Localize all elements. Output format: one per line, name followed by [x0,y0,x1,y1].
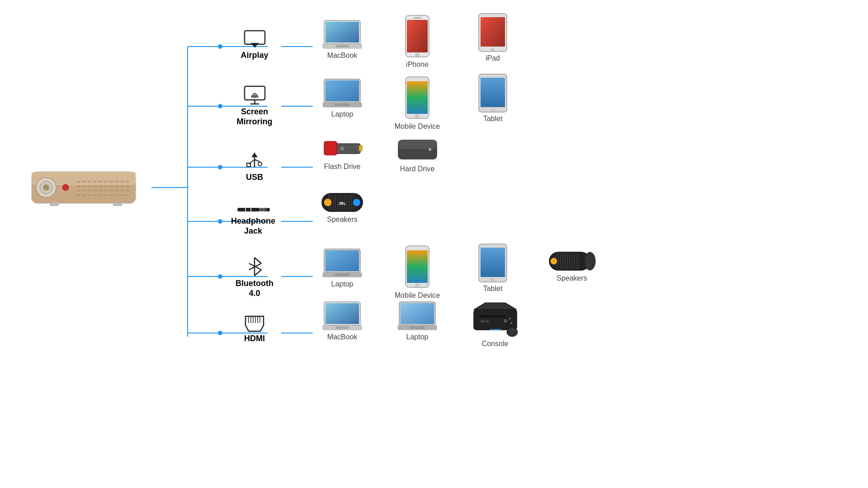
screen-mirroring-label: ScreenMirroring [237,107,273,127]
projector-svg [27,163,145,212]
svg-rect-153 [474,310,517,330]
svg-rect-150 [401,303,434,324]
usb-icon [242,150,267,171]
device-laptop-bluetooth: Laptop [313,248,372,288]
svg-rect-75 [407,20,428,52]
svg-rect-159 [481,320,484,323]
headphone-label: HeadphoneJack [231,216,275,236]
svg-point-23 [218,331,222,335]
svg-point-94 [491,109,495,113]
svg-rect-84 [326,80,359,101]
device-tablet-screen-mirror: Tablet [463,73,522,123]
port-headphone: HeadphoneJack [224,205,283,236]
port-screen-mirroring: ScreenMirroring [227,85,282,127]
flash-drive-label: Flash Drive [324,163,361,171]
tablet-bluetooth-label: Tablet [483,285,503,293]
macbook-icon [322,19,363,51]
svg-line-60 [255,270,261,276]
svg-point-54 [266,208,270,211]
hdmi-label: HDMI [244,334,265,343]
device-laptop-screen-mirror: Laptop [313,78,372,118]
svg-rect-155 [478,315,505,317]
svg-point-101 [429,148,431,151]
svg-rect-125 [407,250,428,283]
svg-rect-89 [407,81,428,114]
svg-rect-72 [335,45,349,47]
svg-point-115 [324,199,331,206]
port-hdmi: HDMI [227,314,282,343]
svg-rect-77 [414,17,421,19]
svg-text:JBL: JBL [338,201,346,206]
svg-point-19 [218,274,222,279]
svg-line-49 [255,160,260,162]
device-macbook-hdmi: MacBook [313,300,372,341]
iphone-label: iPhone [406,61,429,69]
macbook-airplay-label: MacBook [327,52,358,60]
mobile-device-screen-mirror-label: Mobile Device [395,122,440,131]
svg-rect-95 [335,144,360,154]
svg-rect-52 [260,208,264,211]
svg-rect-152 [410,326,425,329]
svg-rect-120 [326,250,359,271]
bluetooth-label: Bluetooth4.0 [236,279,274,298]
svg-point-15 [218,219,222,224]
hard-drive-label: Hard Drive [400,165,434,173]
svg-rect-122 [335,273,350,276]
svg-rect-96 [324,141,337,155]
device-speakers-headphone: JBL Speakers [313,190,372,224]
mobile-bluetooth-label: Mobile Device [395,291,440,300]
device-flash-drive: Flash Drive [313,135,372,171]
svg-point-144 [551,258,557,264]
svg-point-11 [218,165,222,169]
usb-label: USB [246,173,263,182]
svg-point-7 [218,104,222,108]
svg-point-116 [353,199,360,206]
svg-point-50 [258,162,262,166]
flash-drive-icon [322,135,363,162]
tablet-screen-mirror-icon [477,73,509,114]
svg-rect-80 [481,17,505,47]
headphone-icon [236,205,270,215]
svg-point-76 [415,53,419,57]
device-tablet-bluetooth: Tablet [463,243,522,293]
svg-rect-70 [326,22,359,42]
svg-point-157 [509,318,511,319]
laptop-icon [322,78,363,109]
device-laptop-hdmi: Laptop [388,300,447,341]
svg-point-126 [415,284,419,287]
bluetooth-icon [245,255,264,278]
port-usb: USB [227,150,282,182]
svg-rect-51 [237,208,260,211]
hdmi-icon [243,314,266,333]
svg-rect-93 [481,78,505,107]
svg-point-98 [340,147,344,150]
macbook-hdmi-label: MacBook [327,333,358,341]
speakers-headphone-label: Speakers [327,216,358,224]
svg-marker-154 [474,303,517,310]
svg-rect-37 [113,202,122,206]
device-macbook-airplay: MacBook [313,19,372,60]
port-bluetooth: Bluetooth4.0 [227,255,282,298]
svg-rect-38 [245,31,265,44]
hard-drive-icon [396,135,439,164]
screen-mirror-icon [242,85,267,105]
speakers-bluetooth-label: Speakers [557,274,587,282]
svg-rect-129 [481,248,505,277]
speakers-headphone-icon: JBL [320,190,365,215]
svg-point-130 [491,279,495,282]
laptop-screen-mirror-label: Laptop [331,110,354,118]
device-mobile-bluetooth: Mobile Device [388,245,447,300]
console-icon [472,298,519,339]
laptop-hdmi-label: Laptop [406,333,429,341]
svg-rect-146 [326,303,359,324]
airplay-icon [242,28,267,49]
svg-point-3 [218,44,222,49]
svg-rect-100 [398,140,437,149]
mobile-device-bluetooth-icon [404,245,431,290]
svg-line-58 [255,258,261,263]
iphone-icon [404,14,431,60]
svg-point-90 [415,115,419,118]
svg-rect-148 [335,326,349,329]
device-speakers-bluetooth: Speakers [540,249,604,282]
diagram: Airplay ScreenMirroring USB [0,0,868,488]
